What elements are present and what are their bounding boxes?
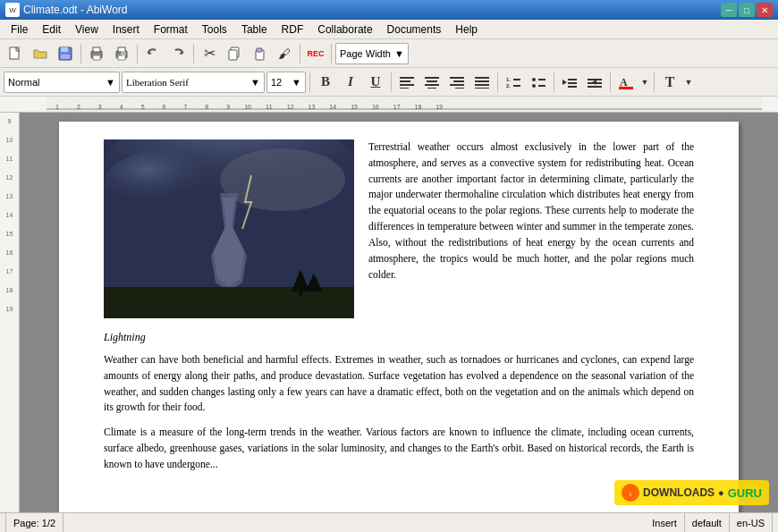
content-section: Terrestrial weather occurs almost exclus… — [104, 139, 694, 318]
numbering-button[interactable]: 1.2. — [502, 71, 525, 94]
svg-rect-12 — [229, 50, 237, 60]
svg-rect-3 — [61, 55, 70, 59]
zoom-value: Page Width — [340, 48, 391, 59]
font-arrow: ▼ — [250, 77, 260, 88]
app-icon: W — [5, 3, 20, 17]
document-page: Terrestrial weather occurs almost exclus… — [59, 122, 739, 512]
language: default — [685, 513, 730, 532]
cut-button[interactable]: ✂ — [198, 42, 221, 65]
menu-insert[interactable]: Insert — [106, 21, 147, 38]
titlebar-controls: ─ □ ✕ — [721, 3, 773, 17]
main-toolbar: ✂ 🖌 REC Page Width ▼ — [0, 39, 778, 68]
menu-format[interactable]: Format — [147, 21, 195, 38]
vertical-ruler: 9 10 11 12 13 14 15 16 17 18 19 — [0, 113, 20, 512]
large-text-button[interactable]: T — [658, 71, 681, 94]
align-left-button[interactable] — [395, 71, 419, 94]
document-area[interactable]: Terrestrial weather occurs almost exclus… — [20, 113, 778, 512]
large-text-arrow[interactable]: ▼ — [683, 71, 694, 94]
statusbar: Page: 1/2 Insert default en-US — [0, 512, 778, 532]
undo-button[interactable] — [141, 42, 165, 65]
size-arrow: ▼ — [292, 77, 301, 88]
align-right-button[interactable] — [445, 71, 469, 94]
format-sep-1 — [309, 72, 310, 92]
font-dropdown[interactable]: Liberation Serif ▼ — [122, 72, 265, 93]
toolbar-sep-5 — [331, 44, 332, 63]
print-preview-button[interactable] — [110, 42, 133, 65]
font-color-button[interactable]: A — [614, 71, 638, 94]
svg-point-36 — [532, 84, 536, 88]
italic-button[interactable]: I — [339, 71, 362, 94]
toolbar-sep-3 — [193, 44, 194, 63]
titlebar-title: Climate.odt - AbiWord — [23, 4, 128, 16]
intro-text-column: Terrestrial weather occurs almost exclus… — [368, 139, 694, 318]
svg-rect-48 — [619, 87, 633, 89]
titlebar: W Climate.odt - AbiWord ─ □ ✕ — [0, 0, 778, 20]
lightning-section-title: Lightning — [104, 329, 694, 345]
svg-rect-5 — [93, 47, 100, 52]
style-dropdown[interactable]: Normal ▼ — [4, 72, 120, 93]
body-paragraph-1: Weather can have both beneficial and har… — [104, 352, 694, 416]
zoom-dropdown[interactable]: Page Width ▼ — [335, 43, 409, 64]
maximize-button[interactable]: □ — [739, 3, 755, 17]
style-value: Normal — [8, 77, 39, 88]
titlebar-left: W Climate.odt - AbiWord — [5, 3, 128, 17]
menu-table[interactable]: Table — [234, 21, 275, 38]
copy-button[interactable] — [223, 42, 246, 65]
watermark-logo: ↓ — [622, 484, 639, 502]
toolbar-sep-4 — [300, 44, 300, 63]
toolbar-sep-1 — [80, 44, 81, 63]
print-button[interactable] — [85, 42, 108, 65]
ruler-content: // Will be created by JS below 1 2 3 4 5… — [47, 97, 762, 112]
paste-button[interactable] — [248, 42, 271, 65]
menu-tools[interactable]: Tools — [195, 21, 234, 38]
svg-rect-9 — [118, 55, 125, 60]
align-center-button[interactable] — [420, 71, 444, 94]
save-button[interactable] — [54, 42, 77, 65]
menubar: File Edit View Insert Format Tools Table… — [0, 20, 778, 39]
format-sep-5 — [610, 72, 611, 92]
insert-mode: Insert — [645, 513, 685, 532]
menu-file[interactable]: File — [4, 21, 35, 38]
menu-rdf[interactable]: RDF — [275, 21, 311, 38]
locale: en-US — [730, 513, 773, 532]
svg-rect-8 — [118, 47, 125, 52]
close-button[interactable]: ✕ — [757, 3, 773, 17]
menu-collaborate[interactable]: Collaborate — [310, 21, 379, 38]
zoom-arrow: ▼ — [394, 48, 404, 59]
bold-button[interactable]: B — [314, 71, 337, 94]
menu-view[interactable]: View — [68, 21, 106, 38]
svg-text:2.: 2. — [506, 83, 511, 89]
svg-rect-56 — [104, 287, 354, 318]
format-sep-4 — [554, 72, 554, 92]
page-count: Page: 1/2 — [5, 513, 63, 532]
redo-button[interactable] — [166, 42, 190, 65]
bullets-button[interactable] — [527, 71, 550, 94]
menu-documents[interactable]: Documents — [380, 21, 449, 38]
format-sep-2 — [391, 72, 392, 92]
body-paragraph-2: Climate is a measure of the long-term tr… — [104, 425, 694, 472]
menu-edit[interactable]: Edit — [35, 21, 68, 38]
indent-button[interactable] — [583, 71, 606, 94]
style-arrow: ▼ — [106, 77, 115, 88]
new-button[interactable] — [4, 42, 27, 65]
svg-rect-59 — [299, 287, 302, 296]
menu-help[interactable]: Help — [448, 21, 485, 38]
size-dropdown[interactable]: 12 ▼ — [266, 72, 306, 93]
watermark-text: DOWNLOADS — [643, 486, 715, 499]
align-justify-button[interactable] — [470, 71, 494, 94]
record-macro-button[interactable]: REC — [304, 42, 327, 65]
format-sep-3 — [497, 72, 498, 92]
intro-paragraph: Terrestrial weather occurs almost exclus… — [368, 139, 694, 283]
format-sep-6 — [654, 72, 655, 92]
outdent-button[interactable] — [558, 71, 581, 94]
watermark-guru: GURU — [728, 486, 762, 500]
text-color-dropdown[interactable]: ▼ — [639, 71, 650, 94]
ruler: // Will be created by JS below 1 2 3 4 5… — [0, 97, 778, 113]
minimize-button[interactable]: ─ — [721, 3, 737, 17]
watermark-dot: ● — [718, 487, 724, 498]
toolbar-sep-2 — [137, 44, 138, 63]
format-paint-button[interactable]: 🖌 — [273, 42, 296, 65]
open-button[interactable] — [29, 42, 52, 65]
tornado-image — [104, 139, 354, 318]
underline-button[interactable]: U — [364, 71, 387, 94]
